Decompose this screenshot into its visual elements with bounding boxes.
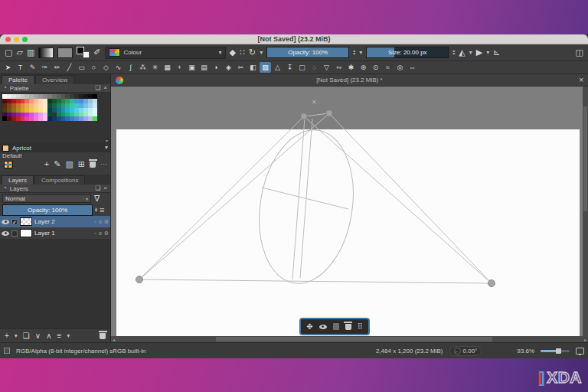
tool-smart-patch[interactable]: ✂: [235, 62, 247, 73]
tool-pattern-edit[interactable]: ◈: [223, 62, 234, 73]
background-color[interactable]: [83, 51, 90, 58]
snap-icon[interactable]: ⊾: [493, 48, 500, 57]
vertical-scrollbar[interactable]: [583, 87, 588, 336]
layers-docker-header[interactable]: ◔ Layers ❏ ×: [0, 185, 110, 193]
scroll-right-icon[interactable]: ▸: [584, 337, 586, 342]
tool-zoom[interactable]: ◎: [394, 62, 406, 73]
layer-alpha-icon[interactable]: α: [99, 219, 102, 225]
docker-float-icon[interactable]: ❏: [95, 85, 100, 91]
tool-pan[interactable]: ⇔: [407, 62, 418, 73]
chevron-down-icon[interactable]: ▾: [469, 50, 472, 56]
scroll-down-icon[interactable]: ▾: [106, 138, 108, 143]
tool-text[interactable]: T: [15, 62, 26, 73]
chevron-down-icon[interactable]: ▾: [218, 50, 221, 56]
tool-bezier-curve[interactable]: ∫: [125, 62, 136, 73]
opacity-slider[interactable]: Opacity: 100%: [266, 47, 349, 58]
tool-polygon[interactable]: ◇: [100, 62, 112, 73]
zoom-slider[interactable]: [541, 350, 570, 352]
brush-preset-icon[interactable]: ✐: [93, 48, 100, 57]
canvas-rotation-control[interactable]: ← 0.00°: [449, 346, 482, 356]
layer-row-layer1[interactable]: Layer 1 ▫ α ⚙: [0, 227, 110, 239]
tool-transform[interactable]: ▦: [162, 62, 173, 73]
tool-move[interactable]: +: [174, 62, 185, 73]
window-titlebar[interactable]: [Not Saved] (23.2 MiB): [0, 34, 588, 44]
palette-scrollbar[interactable]: ▾: [104, 123, 109, 143]
tool-color-sampler[interactable]: ◗: [211, 62, 222, 73]
delete-assistant-icon[interactable]: [345, 324, 351, 330]
workspace-chooser-icon[interactable]: ◫: [576, 48, 583, 57]
tab-palette[interactable]: Palette: [2, 75, 34, 84]
tool-line[interactable]: ╱: [64, 62, 75, 73]
pattern-chooser[interactable]: [57, 47, 73, 58]
canvas-viewport[interactable]: × ✥ ⠿: [111, 87, 588, 336]
docker-lock-icon[interactable]: ◔: [3, 185, 7, 191]
assistant-handle[interactable]: [136, 276, 143, 283]
edit-palette-button[interactable]: ✎: [54, 160, 60, 168]
blend-mode-dropdown[interactable]: Normal ▾: [2, 194, 91, 203]
assistant-handle[interactable]: [326, 110, 332, 116]
selection-display-icon[interactable]: [4, 348, 10, 354]
chevron-down-icon[interactable]: ▾: [486, 50, 489, 56]
brush-size-slider[interactable]: Size: 20.00 px: [366, 47, 449, 58]
open-document-icon[interactable]: ▱: [16, 48, 22, 57]
save-palette-button[interactable]: ▥: [65, 160, 73, 168]
tool-fill[interactable]: ◧: [247, 62, 259, 73]
rotation-reset-icon[interactable]: ←: [454, 348, 461, 354]
layer-thumbnail[interactable]: [20, 217, 32, 226]
palette-chooser-icon[interactable]: [4, 161, 13, 168]
palette-docker-header[interactable]: ◔ Palette ❏ ×: [0, 84, 110, 93]
tab-overview[interactable]: Overview: [35, 75, 74, 84]
layer-name[interactable]: Layer 2: [34, 218, 92, 225]
tool-bezier-select[interactable]: ⊙: [370, 62, 381, 73]
save-icon[interactable]: ▥: [27, 48, 34, 57]
tool-dynamic-brush[interactable]: ⁂: [137, 62, 149, 73]
layer-properties-icon[interactable]: ⚙: [104, 219, 109, 225]
move-assistant-icon[interactable]: ✥: [306, 323, 312, 331]
duplicate-assistant-icon[interactable]: [333, 323, 339, 330]
delete-swatch-button[interactable]: [90, 162, 96, 168]
eraser-mode-icon[interactable]: ◆: [230, 48, 236, 57]
palette-swatch[interactable]: [93, 116, 97, 121]
layer-row-layer2[interactable]: ✓ Layer 2 ▫ α ⚙: [0, 216, 110, 227]
layer-filter-icon[interactable]: ∇: [94, 194, 100, 203]
spin-down-icon[interactable]: ▾: [353, 53, 355, 55]
spin-down-icon[interactable]: ▾: [95, 210, 97, 212]
size-spinner[interactable]: ▴▾: [452, 50, 455, 55]
layer-properties-icon[interactable]: ⚙: [104, 230, 109, 237]
layer-visibility-icon[interactable]: [2, 220, 9, 224]
tool-ellipse[interactable]: ○: [88, 62, 100, 73]
selected-color-row[interactable]: Apricot ▾: [0, 143, 110, 152]
assistant-visibility-icon[interactable]: [319, 325, 327, 329]
layer-checkbox[interactable]: [11, 230, 18, 237]
layer-opacity-slider[interactable]: Opacity: 100%: [2, 204, 93, 216]
mirror-icon[interactable]: ◭: [459, 48, 465, 57]
tool-crop[interactable]: ▣: [186, 62, 198, 73]
tool-edit-shapes[interactable]: ✎: [27, 62, 38, 73]
refresh-icon[interactable]: ↻: [249, 48, 256, 57]
add-layer-button[interactable]: +: [5, 332, 9, 340]
tool-polygonal-select[interactable]: ▽: [321, 62, 332, 73]
spin-down-icon[interactable]: ▾: [452, 53, 455, 55]
tool-reference-images[interactable]: ↧: [284, 62, 296, 73]
layer-checkbox[interactable]: ✓: [11, 219, 18, 225]
opacity-spinner[interactable]: ▴▾: [353, 50, 355, 55]
delete-layer-button[interactable]: [100, 333, 106, 339]
tool-freehand-select[interactable]: ∾: [333, 62, 345, 73]
layer-visibility-icon[interactable]: [2, 231, 9, 236]
tab-compositions[interactable]: Compositions: [34, 175, 85, 185]
tool-gradient[interactable]: ▤: [198, 62, 210, 73]
close-document-icon[interactable]: ×: [579, 76, 583, 84]
docker-lock-icon[interactable]: ◔: [3, 85, 7, 91]
tool-select-shapes[interactable]: ➤: [2, 62, 14, 73]
fit-to-screen-icon[interactable]: [576, 348, 584, 354]
layer-list-options-icon[interactable]: ≡: [100, 206, 104, 214]
tool-polyline[interactable]: ∿: [113, 62, 124, 73]
scroll-down-icon[interactable]: ▾: [105, 145, 108, 151]
tool-contiguous-select[interactable]: ⊛: [358, 62, 369, 73]
docker-float-icon[interactable]: ❏: [95, 185, 100, 191]
scroll-left-icon[interactable]: ◂: [113, 337, 115, 342]
document-subwindow-titlebar[interactable]: [Not Saved] (23.2 MiB) * ×: [111, 74, 588, 87]
gradient-chooser[interactable]: [38, 47, 54, 58]
layer-properties-button[interactable]: ≡: [57, 332, 61, 340]
overflow-menu-icon[interactable]: ⋯: [100, 162, 106, 168]
